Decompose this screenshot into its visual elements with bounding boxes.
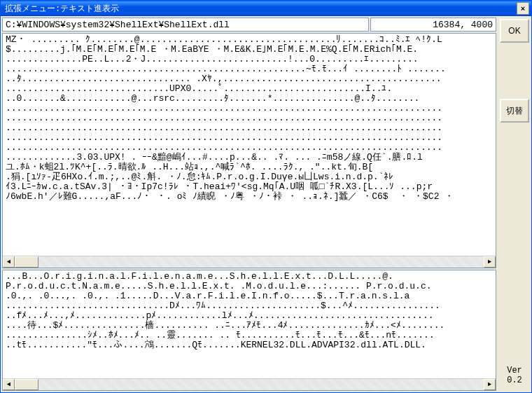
hex-text-pane-1[interactable]: MZ・ ......... ｸ........@................… (2, 33, 496, 268)
scroll-thumb[interactable] (15, 256, 38, 268)
version-label: Ver 0.2 (507, 366, 522, 385)
scroll-track[interactable] (15, 379, 484, 390)
pane1-content: MZ・ ......... ｸ........@................… (3, 34, 496, 256)
scroll-left-icon[interactable]: ◄ (3, 379, 15, 390)
pane2-hscroll[interactable]: ◄ ► (3, 378, 496, 390)
pane1-hscroll[interactable]: ◄ ► (3, 256, 496, 268)
scroll-thumb[interactable] (15, 379, 38, 390)
hex-text-pane-2[interactable]: ...B...O.r.i.g.i.n.a.l.F.i.l.e.n.a.m.e..… (2, 270, 496, 391)
close-button[interactable]: × (517, 2, 529, 15)
ok-button[interactable]: OK (500, 19, 529, 43)
scroll-right-icon[interactable]: ► (484, 379, 496, 390)
scroll-right-icon[interactable]: ► (484, 256, 496, 268)
path-input[interactable] (2, 18, 369, 32)
pane2-content: ...B...O.r.i.g.i.n.a.l.F.i.l.e.n.a.m.e..… (3, 270, 496, 378)
scroll-left-icon[interactable]: ◄ (3, 256, 15, 268)
window-title: 拡張メニュー:テキスト進表示 (5, 3, 517, 15)
scroll-track[interactable] (15, 256, 484, 268)
switch-button[interactable]: 切替 (500, 99, 529, 123)
titlebar: 拡張メニュー:テキスト進表示 × (1, 1, 531, 16)
size-display (370, 18, 496, 32)
